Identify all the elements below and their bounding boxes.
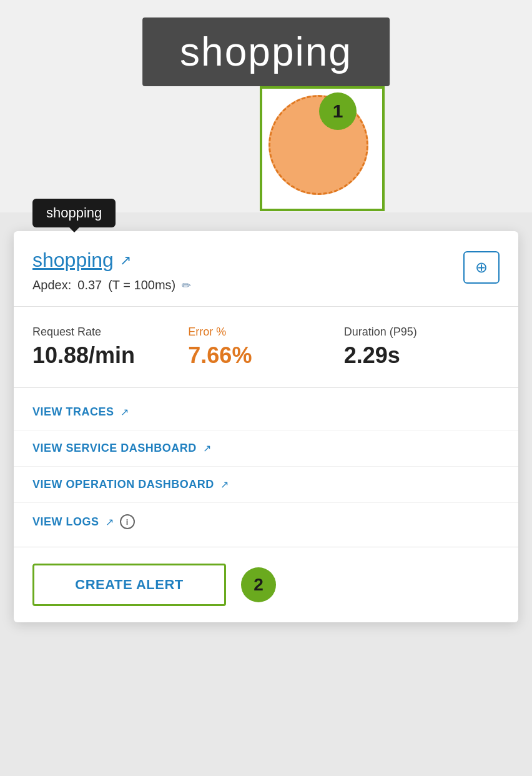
metric-error-pct-label: Error %	[188, 326, 343, 339]
link-view-traces[interactable]: VIEW TRACES ↗	[14, 394, 518, 430]
badge-1: 1	[319, 92, 357, 130]
tooltip-label: shopping	[32, 199, 116, 227]
link-view-operation-dashboard-icon: ↗	[220, 479, 229, 490]
card-footer: CREATE ALERT 2	[14, 547, 518, 622]
link-view-logs-text: VIEW LOGS	[32, 515, 99, 529]
link-view-traces-icon: ↗	[121, 406, 129, 418]
link-view-operation-dashboard-text: VIEW OPERATION DASHBOARD	[32, 478, 214, 491]
metric-request-rate-value: 10.88/min	[32, 342, 188, 369]
shopping-banner: shopping	[142, 17, 390, 86]
apdex-label: Apdex:	[32, 278, 71, 292]
metric-error-pct-value: 7.66%	[188, 342, 343, 369]
link-view-service-dashboard-text: VIEW SERVICE DASHBOARD	[32, 442, 197, 455]
metric-duration-label: Duration (P95)	[344, 326, 500, 339]
link-view-logs-icon: ↗	[106, 516, 114, 528]
create-alert-button[interactable]: CREATE ALERT	[32, 564, 226, 606]
metrics-section: Request Rate 10.88/min Error % 7.66% Dur…	[14, 307, 518, 388]
metric-request-rate-label: Request Rate	[32, 326, 188, 339]
banner-title: shopping	[180, 29, 352, 74]
link-view-logs[interactable]: VIEW LOGS ↗ i	[14, 503, 518, 540]
metric-duration: Duration (P95) 2.29s	[344, 326, 500, 369]
card-header: shopping ↗ Apdex: 0.37 (T = 100ms) ✏ ⊕	[14, 231, 518, 307]
metric-error-pct: Error % 7.66%	[188, 326, 343, 369]
links-section: VIEW TRACES ↗ VIEW SERVICE DASHBOARD ↗ V…	[14, 388, 518, 547]
apdex-row: Apdex: 0.37 (T = 100ms) ✏	[32, 278, 191, 292]
service-name-link[interactable]: shopping	[32, 249, 114, 272]
link-view-traces-text: VIEW TRACES	[32, 405, 114, 419]
metric-request-rate: Request Rate 10.88/min	[32, 326, 188, 369]
link-view-service-dashboard-icon: ↗	[203, 442, 211, 454]
card-header-left: shopping ↗ Apdex: 0.37 (T = 100ms) ✏	[32, 249, 191, 292]
service-name-row: shopping ↗	[32, 249, 191, 272]
info-icon: i	[120, 514, 135, 529]
crosshair-icon: ⊕	[475, 259, 488, 276]
metric-duration-value: 2.29s	[344, 342, 500, 369]
link-view-service-dashboard[interactable]: VIEW SERVICE DASHBOARD ↗	[14, 430, 518, 467]
popup-card: shopping ↗ Apdex: 0.37 (T = 100ms) ✏ ⊕ R…	[14, 231, 518, 622]
apdex-edit-icon[interactable]: ✏	[182, 279, 191, 292]
apdex-threshold: (T = 100ms)	[108, 278, 175, 292]
service-external-link-icon[interactable]: ↗	[120, 252, 131, 269]
apdex-value: 0.37	[77, 278, 102, 292]
link-view-operation-dashboard[interactable]: VIEW OPERATION DASHBOARD ↗	[14, 467, 518, 503]
badge-2: 2	[241, 567, 276, 602]
crosshair-button[interactable]: ⊕	[463, 251, 500, 284]
